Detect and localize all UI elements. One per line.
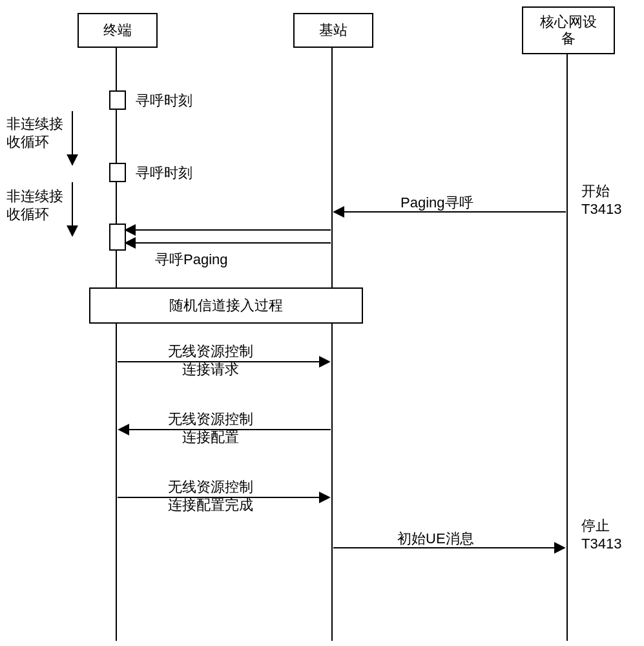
paging-to-terminal-label: 寻呼Paging (155, 251, 228, 269)
exec-paging-recv (109, 224, 126, 251)
drx-loop-1-label: 非连续接 收循环 (6, 115, 63, 151)
paging-time-2-label: 寻呼时刻 (136, 164, 192, 182)
actor-base-station-label: 基站 (319, 22, 348, 39)
actor-base-station: 基站 (293, 13, 373, 48)
actor-terminal: 终端 (78, 13, 158, 48)
lifeline-terminal (116, 47, 117, 641)
random-access-box: 随机信道接入过程 (89, 287, 363, 324)
paging-time-1-label: 寻呼时刻 (136, 92, 192, 110)
stop-t3413-label: 停止 T3413 (581, 517, 621, 552)
actor-core-network: 核心网设 备 (522, 6, 615, 54)
rrc-complete-label: 无线资源控制 连接配置完成 (168, 478, 253, 514)
drx-loop-2-label: 非连续接 收循环 (6, 187, 63, 223)
paging-from-core-label: Paging寻呼 (400, 194, 473, 212)
lifeline-core-network (566, 53, 568, 641)
random-access-label: 随机信道接入过程 (169, 296, 283, 315)
rrc-config-label: 无线资源控制 连接配置 (168, 410, 253, 446)
initial-ue-label: 初始UE消息 (397, 530, 474, 548)
rrc-request-label: 无线资源控制 连接请求 (168, 342, 253, 378)
start-t3413-label: 开始 T3413 (581, 182, 621, 218)
exec-paging-2 (109, 163, 126, 182)
sequence-diagram: 终端 基站 核心网设 备 随机信道接入过程 寻呼时刻 寻呼时刻 非连续接 收循环… (0, 0, 644, 646)
actor-core-network-label: 核心网设 备 (540, 14, 597, 48)
actor-terminal-label: 终端 (103, 22, 132, 39)
lifeline-base-station (331, 47, 333, 641)
exec-paging-1 (109, 90, 126, 110)
